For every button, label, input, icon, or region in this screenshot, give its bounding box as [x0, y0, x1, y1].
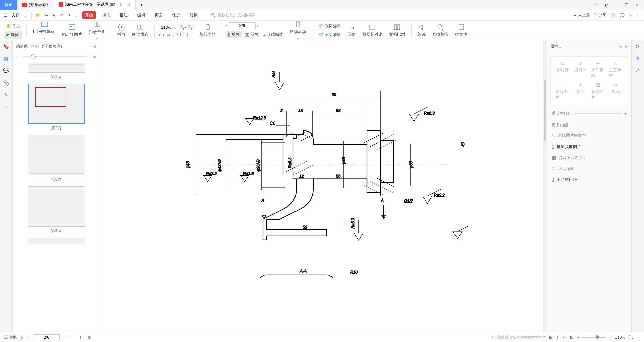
cloud-status[interactable]: ☁ 未上云 [573, 12, 590, 18]
pdf-to-image[interactable]: PDF转图片 [60, 23, 84, 38]
view-single[interactable]: ▯ 单页 [226, 31, 242, 38]
close-icon[interactable]: ✕ [625, 44, 628, 49]
nav-toggle[interactable]: ▤ 导航 [4, 334, 17, 340]
menu-convert[interactable]: 转换 [187, 11, 200, 19]
select-tool[interactable]: ⬈ 选择 [4, 31, 22, 39]
fit-width-icon[interactable]: ⟷ [159, 32, 164, 37]
zoom-in-icon[interactable]: 🔍+ [187, 25, 195, 30]
flip-h[interactable]: ⇋水平翻转 [590, 60, 606, 80]
opacity-control[interactable]: 透明度(T) −+ [547, 109, 631, 118]
menu-protect[interactable]: 保护 [169, 11, 183, 19]
maximize-button[interactable]: ❐ [624, 2, 629, 8]
thumbnail-item[interactable] [15, 238, 97, 244]
fn-extract-text[interactable]: 🅰提取图片内文字 [547, 152, 631, 163]
fn-img-to-pdf[interactable]: ⎙图片转PDF [547, 174, 631, 185]
new-tab-button[interactable]: + [136, 0, 147, 10]
next-page-icon[interactable]: › [64, 335, 65, 340]
tts[interactable]: 朗读 [416, 23, 428, 38]
tab-close-icon[interactable]: ✕ [127, 2, 130, 7]
zoom-slider[interactable] [582, 337, 606, 338]
chevron-down-icon[interactable]: ⌄ [24, 13, 27, 18]
compress[interactable]: 压缩 [345, 23, 358, 38]
next-page-icon[interactable]: › [257, 23, 258, 28]
tool3-icon[interactable]: ▭ [563, 335, 567, 340]
zoom-value[interactable]: 110% [615, 335, 625, 340]
fullscreen-icon[interactable]: ⛶ [629, 335, 633, 340]
play-button[interactable]: 播放 [115, 23, 127, 38]
redo-icon[interactable]: ↷ [67, 13, 71, 18]
minimize-button[interactable]: — [614, 2, 619, 8]
print-icon[interactable]: 🖨 [52, 13, 56, 18]
comment-icon[interactable]: 💬 [3, 68, 9, 74]
crop[interactable]: ◫裁剪图片 [554, 81, 571, 102]
page-input[interactable] [229, 22, 256, 29]
pin-icon[interactable]: ⇱ [619, 44, 622, 49]
close-button[interactable]: ✕ [634, 2, 639, 8]
thumbnail-icon[interactable]: ▦ [4, 56, 9, 62]
actual-size-icon[interactable]: 1:1 [176, 32, 182, 37]
layout-single-icon[interactable]: ▯ [80, 335, 83, 340]
fn-edit-text[interactable]: ✎编辑图片内文字 [547, 130, 631, 141]
rotate-ccw[interactable]: ↺逆时针 [572, 60, 588, 80]
last-page-icon[interactable]: ›| [69, 335, 71, 340]
menu-page[interactable]: 页面 [152, 11, 165, 19]
settings-icon[interactable]: ⟳ [636, 44, 640, 50]
fn-translate-img[interactable]: 文图片翻译 [547, 163, 631, 174]
collapse-icon[interactable]: ⌃ [637, 13, 640, 18]
word-translate[interactable]: 💎 划词翻译 [316, 22, 343, 30]
history-icon[interactable]: 🕘 [610, 13, 615, 18]
tab-detach-icon[interactable]: ⧉ [120, 2, 123, 7]
hand-tool[interactable]: ✋ 手型 [4, 22, 22, 30]
thumbnail-list[interactable]: 第1页 第2页 第3页 第4页 [13, 60, 100, 332]
prev-page-icon[interactable]: ‹ [226, 23, 227, 28]
adjust-icon[interactable]: ⚙ [636, 56, 640, 62]
document-canvas[interactable]: 90 2 15 58 φ48 φ42H9 φ36H8 Ra6.3 φ48 φ35… [100, 40, 547, 332]
tab-docer[interactable]: 找稻壳模板 [18, 0, 54, 10]
thumb-large-icon[interactable]: ▣ [93, 54, 96, 59]
replace-img[interactable]: 🖼替换图片 [590, 81, 606, 102]
search-library[interactable]: 搜文库 [453, 23, 469, 38]
doc-compare[interactable]: 文档比对 [387, 23, 407, 38]
undo-icon[interactable]: ↶ [60, 13, 63, 18]
tab-document[interactable]: 湖南工程学院第...图试卷.pdf ⧉ ✕ [54, 0, 136, 10]
zoom-out-icon[interactable]: − [577, 335, 579, 340]
tool1-icon[interactable]: ⊞ [549, 335, 552, 340]
pdf-to-office[interactable]: PDF转Office⌄ [31, 20, 57, 41]
screenshot-compare[interactable]: 截图和对比 [360, 23, 384, 38]
layers-icon[interactable]: ≋ [4, 104, 8, 110]
split-merge[interactable]: 拆分合并⌄ [87, 20, 107, 41]
layout-double-icon[interactable]: ▯▯ [87, 335, 91, 340]
menu-start[interactable]: 开始 [82, 11, 96, 19]
read-mode[interactable]: 阅读模式 [130, 23, 150, 38]
fit-height-icon[interactable]: ↕ [172, 32, 174, 37]
zoom-in-icon[interactable]: + [609, 335, 611, 340]
thumbnail-item[interactable]: 第3页 [15, 135, 97, 182]
more-icon[interactable]: ⋮ [629, 13, 633, 18]
fn-batch-extract[interactable]: ⎘批量提取图片 [547, 141, 631, 152]
bookmark-icon[interactable]: 🔖 [3, 44, 9, 50]
close-icon[interactable]: ✕ [93, 44, 96, 49]
layer[interactable]: ≋层级 [608, 81, 624, 102]
search-box[interactable]: 🔍 查找功能、文档内容 [211, 12, 254, 18]
menu-annotate[interactable]: 批注 [117, 11, 130, 19]
layout-icon[interactable]: ▭ [594, 2, 599, 8]
fullscreen-icon[interactable]: ⛶ [184, 32, 188, 37]
thumb-size-slider[interactable] [23, 56, 87, 57]
view-continuous[interactable]: ≡ 连续阅读 [261, 31, 285, 38]
expand-icon[interactable]: ⤢ [636, 68, 640, 74]
flip-v[interactable]: ⥮垂直翻转 [608, 60, 624, 80]
tool2-icon[interactable]: ◫ [556, 335, 559, 340]
open-icon[interactable]: 📂 [36, 13, 41, 18]
signature-icon[interactable]: ✎ [4, 92, 8, 98]
matting[interactable]: ✦抠图 [572, 81, 588, 102]
rotate-doc[interactable]: 旋转文档 [198, 23, 218, 38]
find-replace[interactable]: 查找替换 [430, 23, 450, 38]
menu-edit[interactable]: 编辑 [135, 11, 148, 19]
chat-icon[interactable]: 💬 [620, 13, 625, 18]
menu-icon[interactable]: ☰ [4, 13, 8, 18]
thumbnail-item[interactable]: 第2页 [15, 84, 97, 131]
fit-page-icon[interactable]: ▭ [166, 32, 170, 37]
tool4-icon[interactable]: ⊡ [570, 335, 573, 340]
menu-insert[interactable]: 插入 [100, 11, 113, 19]
auto-scroll[interactable]: 自动滚动⌄ [288, 20, 308, 41]
